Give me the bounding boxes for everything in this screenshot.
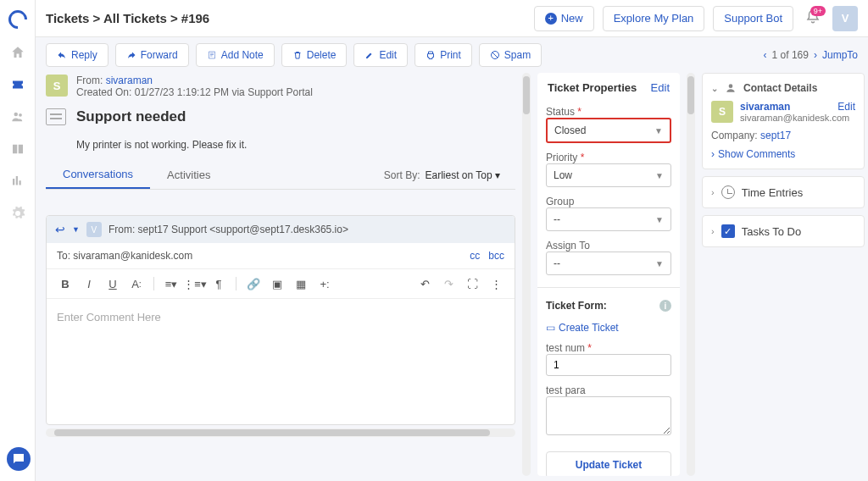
action-bar: Reply Forward Add Note Delete Edit Print… bbox=[36, 37, 868, 73]
sort-value[interactable]: Earliest on Top ▾ bbox=[425, 169, 500, 181]
ticket-body: My printer is not working. Please fix it… bbox=[46, 134, 515, 161]
print-button[interactable]: Print bbox=[415, 43, 472, 67]
contact-details-title: Contact Details bbox=[743, 82, 817, 94]
show-comments-link[interactable]: ›Show Comments bbox=[711, 148, 855, 160]
bcc-link[interactable]: bcc bbox=[488, 250, 504, 262]
forward-button[interactable]: Forward bbox=[115, 43, 189, 67]
compose-from: From: sept17 Support <support@sept17.des… bbox=[108, 224, 348, 235]
group-label: Group bbox=[546, 196, 671, 207]
compose-avatar: V bbox=[86, 222, 102, 237]
ticket-properties-panel: Ticket Properties Edit Status Closed▼ Pr… bbox=[537, 73, 680, 476]
properties-edit-link[interactable]: Edit bbox=[651, 81, 670, 94]
create-ticket-link[interactable]: ▭Create Ticket bbox=[546, 322, 671, 334]
pager-position: 1 of 169 bbox=[772, 49, 809, 61]
new-button[interactable]: +New bbox=[534, 6, 594, 31]
italic-icon[interactable]: I bbox=[79, 274, 99, 293]
pager-next-icon[interactable]: › bbox=[814, 49, 817, 61]
contact-email: sivaraman@kanidesk.com bbox=[740, 113, 855, 123]
chevron-down-icon: ▼ bbox=[655, 215, 664, 224]
redo-icon[interactable]: ↷ bbox=[438, 274, 459, 293]
clock-icon bbox=[721, 185, 735, 199]
undo-icon[interactable]: ↶ bbox=[415, 274, 435, 293]
compose-textarea[interactable]: Enter Comment Here bbox=[47, 299, 515, 424]
reply-button[interactable]: Reply bbox=[46, 43, 108, 67]
spam-button[interactable]: Spam bbox=[479, 43, 542, 67]
link-icon[interactable]: 🔗 bbox=[243, 274, 264, 293]
support-bot-button[interactable]: Support Bot bbox=[713, 6, 793, 31]
topbar: Tickets > All Tickets > #196 +New Explor… bbox=[36, 0, 868, 37]
check-icon: ✓ bbox=[721, 224, 735, 238]
underline-icon[interactable]: U bbox=[103, 274, 123, 293]
delete-button[interactable]: Delete bbox=[281, 43, 348, 67]
font-icon[interactable]: A: bbox=[126, 274, 147, 293]
tab-conversations[interactable]: Conversations bbox=[46, 161, 150, 189]
vertical-scrollbar[interactable] bbox=[522, 73, 531, 476]
to-label: To: sivaraman@kanidesk.com bbox=[57, 250, 192, 262]
bold-icon[interactable]: B bbox=[55, 274, 75, 293]
reply-icon[interactable]: ↩ bbox=[55, 223, 65, 236]
time-entries-accordion[interactable]: › Time Entries bbox=[702, 176, 865, 208]
cc-link[interactable]: cc bbox=[470, 250, 480, 262]
unordered-list-icon[interactable]: ⋮≡▾ bbox=[185, 274, 205, 293]
created-on: Created On: 01/27/23 1:19:12 PM via Supp… bbox=[76, 86, 313, 98]
jump-to-link[interactable]: JumpTo bbox=[822, 49, 858, 61]
contact-name-link[interactable]: sivaraman bbox=[740, 101, 790, 113]
status-select[interactable]: Closed▼ bbox=[546, 118, 671, 143]
notifications-icon[interactable]: 9+ bbox=[802, 9, 824, 27]
logo-icon bbox=[4, 6, 31, 32]
knowledge-icon[interactable] bbox=[9, 141, 26, 158]
sender-name-link[interactable]: sivaraman bbox=[106, 75, 153, 86]
settings-icon[interactable] bbox=[9, 205, 26, 222]
notification-badge: 9+ bbox=[810, 6, 826, 16]
contact-edit-link[interactable]: Edit bbox=[837, 101, 855, 113]
table-icon[interactable]: ▦ bbox=[291, 274, 311, 293]
chevron-down-icon: ▼ bbox=[655, 259, 664, 268]
tickets-icon[interactable] bbox=[9, 76, 26, 93]
home-icon[interactable] bbox=[9, 44, 26, 61]
chevron-right-icon: › bbox=[711, 226, 715, 236]
test-para-label: test para bbox=[546, 384, 671, 396]
edit-button[interactable]: Edit bbox=[353, 43, 408, 67]
chat-fab-icon[interactable] bbox=[7, 447, 31, 471]
ordered-list-icon[interactable]: ≡▾ bbox=[161, 274, 181, 293]
svg-point-1 bbox=[19, 113, 22, 117]
tab-activities[interactable]: Activities bbox=[150, 162, 227, 188]
paragraph-icon[interactable]: ¶ bbox=[209, 274, 229, 293]
contact-avatar: S bbox=[711, 101, 733, 123]
more-icon[interactable]: ⋮ bbox=[486, 274, 506, 293]
test-para-textarea[interactable] bbox=[546, 396, 671, 435]
chevron-right-icon: › bbox=[711, 148, 715, 160]
image-icon[interactable]: ▣ bbox=[267, 274, 287, 293]
pager-prev-icon[interactable]: ‹ bbox=[764, 49, 767, 61]
vertical-scrollbar[interactable] bbox=[687, 73, 695, 476]
chevron-down-icon: ▼ bbox=[654, 126, 663, 135]
reports-icon[interactable] bbox=[9, 173, 26, 190]
contacts-icon[interactable] bbox=[9, 108, 26, 125]
status-label: Status bbox=[546, 106, 671, 118]
company-link[interactable]: sept17 bbox=[760, 130, 791, 141]
group-select[interactable]: --▼ bbox=[546, 207, 671, 231]
person-icon bbox=[725, 82, 737, 94]
assign-select[interactable]: --▼ bbox=[546, 252, 671, 275]
explore-plan-button[interactable]: Explore My Plan bbox=[603, 6, 705, 31]
chevron-down-icon[interactable]: ⌄ bbox=[711, 84, 718, 93]
user-avatar[interactable]: V bbox=[832, 6, 858, 31]
more-insert-icon[interactable]: +: bbox=[314, 274, 335, 293]
test-num-label: test num bbox=[546, 342, 671, 354]
chevron-right-icon: › bbox=[711, 187, 715, 197]
compose-box: ↩ ▼ V From: sept17 Support <support@sept… bbox=[46, 215, 515, 425]
info-icon[interactable]: i bbox=[659, 300, 671, 312]
pager: ‹ 1 of 169 › JumpTo bbox=[764, 49, 858, 61]
assign-label: Assign To bbox=[546, 240, 671, 252]
contact-panel: ⌄ Contact Details S sivaramanEdit sivara… bbox=[702, 73, 865, 476]
priority-select[interactable]: Low▼ bbox=[546, 163, 671, 187]
chevron-down-icon: ▼ bbox=[655, 171, 664, 180]
update-ticket-button[interactable]: Update Ticket bbox=[546, 451, 671, 476]
add-note-button[interactable]: Add Note bbox=[196, 43, 275, 67]
fullscreen-icon[interactable]: ⛶ bbox=[462, 274, 482, 293]
tasks-accordion[interactable]: › ✓ Tasks To Do bbox=[702, 215, 865, 247]
horizontal-scrollbar[interactable] bbox=[46, 428, 515, 437]
dropdown-icon[interactable]: ▼ bbox=[72, 225, 80, 234]
sender-avatar: S bbox=[46, 75, 68, 97]
test-num-input[interactable] bbox=[546, 354, 671, 376]
